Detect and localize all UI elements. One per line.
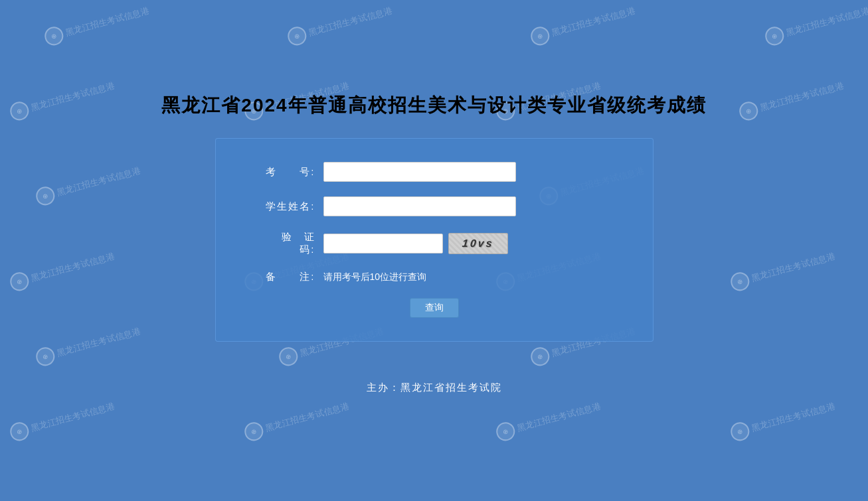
watermark-item: ⊕黑龙江招生考试信息港 — [8, 397, 117, 443]
exam-number-row: 考 号: — [256, 162, 613, 182]
note-row: 备 注: 请用考号后10位进行查询 — [256, 271, 613, 283]
student-name-input[interactable] — [323, 196, 516, 216]
student-name-label: 学生姓名: — [256, 200, 315, 213]
exam-number-label: 考 号: — [256, 166, 315, 179]
captcha-inputs: 10vs — [323, 233, 508, 254]
main-content: 黑龙江省2024年普通高校招生美术与设计类专业省级统考成绩 考 号: 学生姓名:… — [0, 0, 868, 342]
button-row: 查询 — [256, 298, 613, 318]
note-text: 请用考号后10位进行查询 — [323, 271, 427, 283]
captcha-label: 验 证 码: — [256, 231, 315, 256]
note-label: 备 注: — [256, 271, 315, 283]
page-title: 黑龙江省2024年普通高校招生美术与设计类专业省级统考成绩 — [161, 93, 706, 118]
footer: 主办：黑龙江省招生考试院 — [0, 382, 868, 394]
captcha-row: 验 证 码: 10vs — [256, 231, 613, 256]
watermark-item: ⊕黑龙江招生考试信息港 — [729, 397, 837, 443]
query-button[interactable]: 查询 — [410, 298, 459, 318]
watermark-item: ⊕黑龙江招生考试信息港 — [242, 397, 351, 443]
captcha-input[interactable] — [323, 234, 443, 253]
exam-number-input[interactable] — [323, 162, 516, 182]
form-container: 考 号: 学生姓名: 验 证 码: 10vs 备 注: 请用考号后10位进行查询 — [215, 138, 653, 342]
captcha-image[interactable]: 10vs — [448, 233, 508, 254]
captcha-text: 10vs — [462, 238, 494, 250]
footer-text: 主办：黑龙江省招生考试院 — [367, 382, 502, 393]
watermark-item: ⊕黑龙江招生考试信息港 — [494, 397, 603, 443]
student-name-row: 学生姓名: — [256, 196, 613, 216]
